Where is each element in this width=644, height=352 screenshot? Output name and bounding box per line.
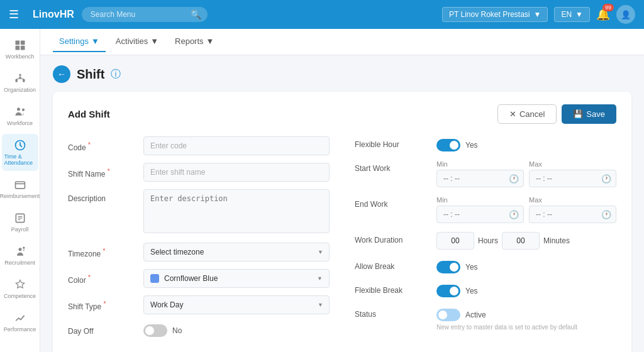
- language-selector[interactable]: EN ▼: [554, 7, 590, 22]
- notification-button[interactable]: 🔔 99: [596, 8, 610, 21]
- subnav-reports[interactable]: Reports ▼: [169, 31, 220, 52]
- svg-rect-3: [20, 46, 25, 50]
- svg-rect-2: [15, 46, 19, 50]
- page-content: ← Shift ⓘ Add Shift ✕ Cancel 💾 Save: [40, 55, 644, 352]
- user-icon: 👤: [621, 10, 631, 19]
- work-duration-hours-input[interactable]: [436, 232, 474, 250]
- code-control: [143, 136, 330, 155]
- flexible-break-yes: Yes: [465, 287, 478, 295]
- flexible-break-label: Flexible Break: [355, 282, 430, 295]
- allow-break-toggle[interactable]: [436, 261, 460, 273]
- shift-name-input[interactable]: [143, 163, 330, 182]
- end-work-min-label: Min: [436, 196, 524, 204]
- save-button[interactable]: 💾 Save: [562, 104, 616, 124]
- end-work-max-label: Max: [529, 196, 616, 204]
- sidebar-item-reimbursement[interactable]: Reimbursement: [2, 173, 38, 204]
- search-icon[interactable]: 🔍: [191, 9, 201, 19]
- shift-type-field-row: Shift Type * Work Day: [68, 295, 330, 314]
- required-indicator: *: [88, 274, 91, 281]
- work-duration-minutes-input[interactable]: [502, 232, 540, 250]
- sidebar-item-organization[interactable]: Organization: [2, 67, 38, 98]
- end-work-max-input[interactable]: [529, 206, 616, 223]
- subnav: Settings ▼ Activities ▼ Reports ▼: [40, 29, 644, 55]
- sidebar-label: Payroll: [11, 226, 29, 233]
- status-toggle[interactable]: [436, 309, 460, 321]
- flexible-hour-toggle-row: Yes: [436, 136, 616, 151]
- status-control: Active New entry to master data is set t…: [436, 306, 616, 331]
- info-icon[interactable]: ⓘ: [111, 68, 121, 81]
- cancel-button[interactable]: ✕ Cancel: [497, 104, 557, 124]
- sidebar: Workbench Organization Workforce Time & …: [0, 29, 40, 352]
- sidebar-item-performance[interactable]: Performance: [2, 307, 38, 338]
- notification-badge: 99: [602, 4, 614, 11]
- shift-name-label: Shift Name *: [68, 163, 137, 179]
- start-work-max-input[interactable]: [529, 170, 616, 187]
- chevron-down-icon: ▼: [91, 36, 99, 46]
- code-input[interactable]: [143, 136, 330, 155]
- work-duration-label: Work Duration: [355, 232, 430, 245]
- chevron-down-icon: ▼: [575, 10, 583, 19]
- sidebar-label: Performance: [4, 326, 36, 333]
- day-off-value: No: [172, 326, 182, 335]
- sidebar-item-workforce[interactable]: Workforce: [2, 101, 38, 131]
- flexible-break-control: Yes: [436, 282, 616, 297]
- description-control: [143, 189, 330, 235]
- day-off-field-row: Day Off No: [68, 322, 330, 337]
- flexible-break-toggle-row: Yes: [436, 282, 616, 297]
- description-label: Description: [68, 189, 137, 203]
- flexible-break-toggle[interactable]: [436, 285, 460, 297]
- shift-type-select[interactable]: Work Day: [143, 295, 330, 314]
- svg-line-10: [16, 79, 20, 79]
- allow-break-control: Yes: [436, 258, 616, 273]
- day-off-toggle[interactable]: [143, 324, 167, 337]
- color-select-wrapper[interactable]: Cornflower Blue: [143, 269, 330, 288]
- required-indicator: *: [108, 168, 110, 175]
- end-work-label: End Work: [355, 196, 430, 209]
- subnav-label: Settings: [59, 36, 89, 46]
- day-off-label: Day Off: [68, 322, 137, 336]
- required-indicator: *: [103, 248, 106, 255]
- sidebar-label: Time & Attendance: [4, 153, 36, 166]
- sidebar-item-recruitment[interactable]: Recruitment: [2, 240, 38, 271]
- start-work-min-input[interactable]: [436, 170, 524, 187]
- user-avatar[interactable]: 👤: [616, 5, 635, 24]
- back-button[interactable]: ←: [53, 65, 70, 83]
- description-input[interactable]: [143, 189, 330, 233]
- x-icon: ✕: [509, 109, 516, 119]
- form-left: Code * Shift Name *: [68, 136, 330, 344]
- end-work-min-input[interactable]: [436, 206, 524, 223]
- search-input[interactable]: [82, 7, 208, 22]
- subnav-settings[interactable]: Settings ▼: [53, 31, 106, 52]
- start-work-min-wrap: 🕐: [436, 170, 524, 187]
- add-shift-card: Add Shift ✕ Cancel 💾 Save: [53, 92, 631, 352]
- subnav-label: Activities: [116, 36, 148, 46]
- sidebar-item-workbench[interactable]: Workbench: [2, 34, 38, 65]
- form-grid: Code * Shift Name *: [68, 136, 616, 344]
- toggle-slider: [143, 324, 167, 337]
- status-label: Status: [355, 306, 430, 319]
- svg-point-20: [18, 248, 21, 251]
- hamburger-icon[interactable]: ☰: [9, 8, 19, 21]
- sidebar-item-competence[interactable]: Competence: [2, 273, 38, 304]
- topnav: ☰ LinovHR 🔍 PT Linov Roket Prestasi ▼ EN…: [0, 0, 644, 29]
- sidebar-item-time-attendance[interactable]: Time & Attendance: [2, 134, 38, 171]
- form-right: Flexible Hour Yes: [355, 136, 616, 344]
- status-value: Active: [465, 311, 486, 319]
- timezone-field-row: Timezone * Select timezone: [68, 243, 330, 261]
- timezone-select[interactable]: Select timezone: [143, 243, 330, 261]
- sidebar-label: Competence: [4, 293, 36, 299]
- save-icon: 💾: [573, 109, 583, 119]
- start-work-max-label: Max: [529, 160, 616, 168]
- flexible-hour-yes: Yes: [465, 141, 478, 150]
- topnav-right: PT Linov Roket Prestasi ▼ EN ▼ 🔔 99 👤: [442, 5, 635, 24]
- sidebar-label: Reimbursement: [0, 193, 40, 199]
- svg-point-21: [23, 247, 25, 249]
- sidebar-label: Recruitment: [4, 260, 35, 266]
- company-selector[interactable]: PT Linov Roket Prestasi ▼: [442, 7, 548, 22]
- sidebar-item-payroll[interactable]: Payroll: [2, 207, 38, 238]
- subnav-activities[interactable]: Activities ▼: [109, 31, 165, 52]
- flexible-hour-toggle[interactable]: [436, 139, 460, 151]
- toggle-slider: [436, 261, 460, 273]
- color-select[interactable]: Cornflower Blue: [164, 270, 323, 287]
- work-duration-control: Hours Minutes: [436, 232, 616, 250]
